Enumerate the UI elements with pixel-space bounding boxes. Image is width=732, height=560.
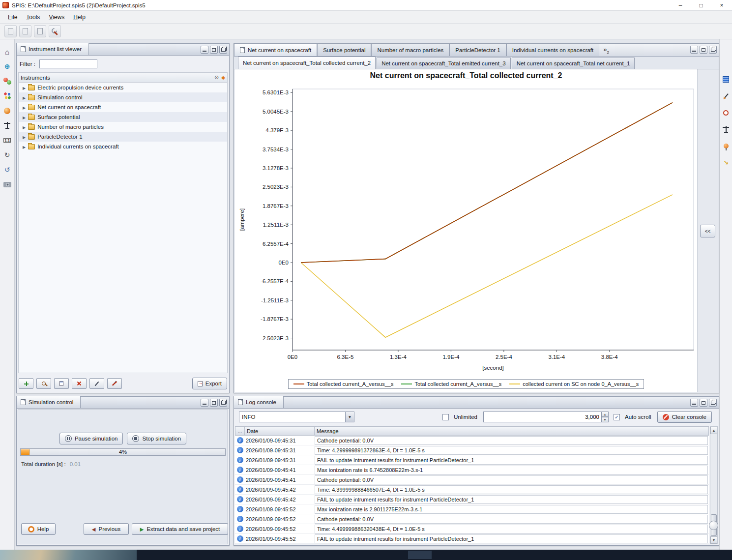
- inspect-instrument-button[interactable]: [36, 378, 51, 389]
- monitor-button[interactable]: [720, 74, 732, 85]
- maximize-panel-button[interactable]: [219, 399, 227, 407]
- maximize-window-button[interactable]: □: [691, 0, 711, 11]
- log-row[interactable]: i 2026/01/09-09:45:52 Max ionization rat…: [235, 504, 709, 514]
- minimize-panel-button[interactable]: [690, 399, 698, 407]
- tree-item[interactable]: Individual currents on spacecraft: [19, 142, 227, 151]
- menu-help[interactable]: Help: [69, 12, 89, 22]
- minimize-panel-button[interactable]: [690, 46, 698, 54]
- pencil-button[interactable]: [720, 90, 732, 101]
- log-column-message[interactable]: Message: [315, 426, 709, 436]
- joystick-button[interactable]: [720, 141, 732, 151]
- extract-data-button[interactable]: Extract data and save project: [132, 523, 228, 535]
- export-button[interactable]: Export: [192, 378, 227, 389]
- refresh-button[interactable]: ↻: [1, 149, 13, 160]
- scrollbar-knob[interactable]: [709, 521, 718, 530]
- tree-options-icon[interactable]: ◆: [221, 75, 225, 80]
- float-panel-button[interactable]: [210, 399, 218, 407]
- log-limit-input[interactable]: [483, 412, 601, 422]
- orbit-button[interactable]: ↺: [1, 164, 13, 175]
- log-row[interactable]: i 2026/01/09-09:45:52 FAIL to update int…: [235, 534, 709, 544]
- log-row[interactable]: i 2026/01/09-09:45:31 FAIL to update int…: [235, 455, 709, 465]
- chart-tab[interactable]: Net current on spacecraft: [234, 44, 317, 56]
- float-panel-button[interactable]: [700, 399, 707, 407]
- spheres-view-button[interactable]: [1, 76, 13, 87]
- tree-item[interactable]: ParticleDetector 1: [19, 132, 227, 142]
- save-project-button[interactable]: [34, 25, 46, 37]
- menu-views[interactable]: Views: [45, 12, 68, 22]
- log-row[interactable]: i 2026/01/09-09:45:41 Cathode potential:…: [235, 475, 709, 485]
- chart-tab[interactable]: Number of macro particles: [371, 44, 449, 56]
- spin-up-icon[interactable]: ▲: [601, 412, 609, 417]
- tree-item[interactable]: Simulation control: [19, 92, 227, 102]
- tree-item[interactable]: Number of macro particles: [19, 122, 227, 132]
- expand-arrow-icon[interactable]: [23, 144, 26, 149]
- log-row[interactable]: i 2026/01/09-09:45:31 Time: 4.2999998913…: [235, 445, 709, 455]
- home-button[interactable]: ⌂: [1, 46, 13, 57]
- log-column-date[interactable]: Date: [245, 426, 315, 436]
- log-row[interactable]: i 2026/01/09-09:45:42 FAIL to update int…: [235, 495, 709, 504]
- load-project-button[interactable]: [19, 25, 31, 37]
- help-button[interactable]: Help: [21, 523, 56, 535]
- simulation-panel-title-tab[interactable]: Simulation control: [17, 396, 81, 408]
- expand-arrow-icon[interactable]: [23, 124, 26, 130]
- scroll-down-icon[interactable]: ▼: [710, 536, 717, 544]
- chart-tab[interactable]: Surface potential: [317, 44, 371, 56]
- log-row[interactable]: i 2026/01/09-09:45:52 Cathode potential:…: [235, 514, 709, 524]
- collapse-panel-button[interactable]: <<: [700, 225, 715, 237]
- clear-console-button[interactable]: Clear console: [657, 411, 712, 423]
- chart-subtab[interactable]: Net current on spacecraft_Total collecte…: [238, 57, 376, 69]
- maximize-panel-button[interactable]: [219, 46, 227, 54]
- minimize-panel-button[interactable]: [201, 46, 208, 54]
- pause-simulation-button[interactable]: Pause simulation: [59, 433, 123, 444]
- open-instrument-button[interactable]: [54, 378, 69, 389]
- chart-subtab[interactable]: Net current on spacecraft_Total net curr…: [512, 58, 635, 69]
- tree-item[interactable]: Net current on spacecraft: [19, 102, 227, 112]
- screenshot-button[interactable]: [1, 179, 13, 190]
- expand-arrow-icon[interactable]: [23, 104, 26, 110]
- expand-arrow-icon[interactable]: [23, 134, 26, 140]
- stop-simulation-button[interactable]: Stop simulation: [127, 433, 186, 444]
- chart-tab[interactable]: Individual currents on spacecraft: [506, 44, 600, 56]
- chart-tab[interactable]: ParticleDetector 1: [449, 44, 506, 56]
- expand-arrow-icon[interactable]: [23, 94, 26, 100]
- menu-file[interactable]: File: [4, 12, 21, 22]
- log-row[interactable]: i 2026/01/09-09:45:42 Time: 4.3999998884…: [235, 485, 709, 495]
- minimize-panel-button[interactable]: [201, 399, 208, 407]
- log-row[interactable]: i 2026/01/09-09:45:41 Max ionization rat…: [235, 465, 709, 475]
- particles-view-button[interactable]: [1, 90, 13, 101]
- minimize-window-button[interactable]: –: [670, 0, 691, 11]
- scale-1-1-button[interactable]: 1:1: [1, 135, 13, 146]
- unlimited-checkbox[interactable]: [442, 414, 449, 420]
- expand-arrow-icon[interactable]: [23, 85, 26, 90]
- log-level-select[interactable]: INFO ▼: [239, 412, 354, 422]
- taskbar-item[interactable]: [408, 551, 432, 559]
- log-panel-title-tab[interactable]: Log console: [234, 396, 284, 408]
- chart-subtab[interactable]: Net current on spacecraft_Total emitted …: [377, 58, 511, 69]
- previous-button[interactable]: Previous: [84, 523, 129, 535]
- balance2-button[interactable]: [720, 124, 732, 135]
- clear-edit-button[interactable]: [107, 378, 122, 389]
- instrument-panel-title-tab[interactable]: Instrument list viewer: [17, 43, 89, 55]
- expand-arrow-icon[interactable]: [23, 114, 26, 120]
- log-column-icon[interactable]: ...: [235, 426, 245, 436]
- menu-tools[interactable]: Tools: [22, 12, 44, 22]
- show-hide-icon[interactable]: ⊙: [214, 74, 219, 81]
- arrow-button[interactable]: ↘: [720, 157, 732, 168]
- autoscroll-checkbox[interactable]: [614, 414, 620, 420]
- maximize-panel-button[interactable]: [709, 399, 717, 407]
- log-scrollbar[interactable]: ▲ ▼: [710, 426, 718, 544]
- preferences-button[interactable]: [49, 25, 61, 37]
- log-row[interactable]: i 2026/01/09-09:45:31 Cathode potential:…: [235, 436, 709, 445]
- maximize-panel-button[interactable]: [709, 46, 717, 54]
- close-window-button[interactable]: ×: [711, 0, 732, 11]
- float-panel-button[interactable]: [210, 46, 218, 54]
- sensor-button[interactable]: [720, 107, 732, 118]
- tab-overflow-indicator[interactable]: »2: [603, 46, 609, 55]
- log-row[interactable]: i 2026/01/09-09:45:52 Time: 4.4999998863…: [235, 524, 709, 534]
- sphere-view-button[interactable]: [1, 105, 13, 116]
- edit-instrument-button[interactable]: [89, 378, 104, 389]
- tree-item[interactable]: Electric propulsion device currents: [19, 83, 227, 92]
- scroll-up-icon[interactable]: ▲: [710, 427, 717, 434]
- taskbar-preview[interactable]: [0, 550, 137, 560]
- float-panel-button[interactable]: [700, 46, 707, 54]
